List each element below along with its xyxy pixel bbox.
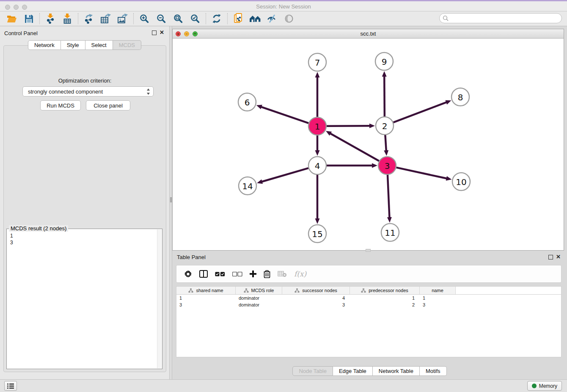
criterion-dropdown[interactable]: strongly connected component <box>22 86 154 97</box>
memory-label: Memory <box>539 383 557 389</box>
zoom-in-button[interactable] <box>136 12 153 25</box>
close-panel-button[interactable]: Close panel <box>86 100 130 110</box>
table-cell[interactable]: 3 <box>176 302 236 307</box>
edge-arrowhead <box>315 218 320 224</box>
zoom-selected-icon <box>190 14 200 23</box>
toolbar-separator <box>39 13 40 24</box>
edge-1-6[interactable] <box>261 107 308 123</box>
window-titlebar: Session: New Session <box>0 0 567 11</box>
close-panel-icon[interactable]: ✕ <box>160 29 164 36</box>
float-table-panel-icon[interactable] <box>548 255 553 259</box>
create-column-button[interactable] <box>250 271 256 277</box>
table-panel-title: Table Panel <box>177 254 206 260</box>
export-network-button[interactable] <box>80 12 97 25</box>
control-panel-title: Control Panel <box>4 30 38 36</box>
fit-content-button[interactable] <box>170 12 187 25</box>
edge-3-1[interactable] <box>330 133 379 161</box>
tab-motifs[interactable]: Motifs <box>420 366 447 376</box>
edge-4-14[interactable] <box>261 168 308 182</box>
toolbar-separator <box>78 13 78 24</box>
zoom-selected-button[interactable] <box>187 12 204 25</box>
table-panel: Table Panel ✕ f(x) shared nameMCDS roles… <box>172 252 567 376</box>
tab-mcds[interactable]: MCDS <box>113 40 141 50</box>
table-cell[interactable]: 2 <box>350 302 420 307</box>
criterion-value: strongly connected component <box>28 88 103 95</box>
column-header-label: name <box>432 288 443 293</box>
unselect-all-columns-button[interactable] <box>232 272 242 276</box>
edge-2-8[interactable] <box>394 102 447 122</box>
refresh-layout-button[interactable] <box>208 12 225 25</box>
tab-style[interactable]: Style <box>61 40 85 50</box>
export-image-button[interactable] <box>114 12 131 25</box>
network-window-titlebar[interactable]: x − + scc.txt <box>173 29 564 39</box>
task-history-button[interactable] <box>4 381 17 391</box>
search-input[interactable] <box>449 15 561 21</box>
open-session-button[interactable] <box>3 12 20 25</box>
table-cell[interactable]: dominator <box>236 295 282 301</box>
mcds-result-group: MCDS result (2 nodes) 1 3 <box>6 229 162 369</box>
table-cell[interactable]: 3 <box>282 302 350 307</box>
node-table[interactable]: shared nameMCDS rolesuccessor nodesprede… <box>176 286 561 357</box>
edge-3-11[interactable] <box>388 175 390 218</box>
show-all-button[interactable] <box>281 12 297 25</box>
import-table-file-button[interactable] <box>59 12 76 25</box>
list-icon <box>7 383 14 389</box>
network-graph[interactable]: 1234678910111415 <box>173 39 564 250</box>
hide-selected-button[interactable] <box>264 12 281 25</box>
refresh-icon <box>212 14 221 23</box>
show-columns-button[interactable] <box>199 270 208 278</box>
table-cell[interactable]: 1 <box>176 295 236 301</box>
table-cell[interactable]: dominator <box>236 302 282 307</box>
edge-2-3[interactable] <box>385 135 386 151</box>
panel-divider[interactable] <box>169 26 172 379</box>
column-header-MCDS-role[interactable]: MCDS role <box>236 287 282 294</box>
table-cell[interactable]: 4 <box>282 295 350 301</box>
clone-network-button[interactable] <box>230 12 247 25</box>
edge-2-9[interactable] <box>384 76 385 116</box>
first-neighbors-button[interactable] <box>247 12 264 25</box>
table-settings-button[interactable] <box>184 270 192 278</box>
tab-node-table[interactable]: Node Table <box>292 366 333 376</box>
graph-node-label: 14 <box>242 181 253 191</box>
search-box[interactable] <box>439 13 562 23</box>
zoom-out-button[interactable] <box>153 12 170 25</box>
tab-select[interactable]: Select <box>85 40 113 50</box>
export-table-icon <box>100 14 111 24</box>
save-session-button[interactable] <box>20 12 37 25</box>
result-scrollbar[interactable] <box>157 229 162 368</box>
tab-network[interactable]: Network <box>28 40 61 50</box>
zoom-in-icon <box>140 14 149 23</box>
export-table-button[interactable] <box>97 12 114 25</box>
control-panel-tabs: NetworkStyleSelectMCDS <box>0 40 169 50</box>
column-header-successor-nodes[interactable]: successor nodes <box>282 287 350 294</box>
table-row[interactable]: 3dominator323 <box>176 301 561 308</box>
memory-button[interactable]: Memory <box>527 381 562 391</box>
close-table-panel-icon[interactable]: ✕ <box>556 254 561 260</box>
float-panel-icon[interactable] <box>152 30 157 35</box>
column-header-name[interactable]: name <box>420 287 456 294</box>
column-header-predecessor-nodes[interactable]: predecessor nodes <box>350 287 420 294</box>
select-all-columns-button[interactable] <box>215 272 225 276</box>
column-tree-icon <box>188 288 193 293</box>
edge-1-2[interactable] <box>327 126 370 126</box>
graph-node-label: 7 <box>315 58 320 68</box>
delete-column-button[interactable] <box>264 270 270 278</box>
table-cell[interactable]: 1 <box>350 295 420 301</box>
run-mcds-button[interactable]: Run MCDS <box>40 100 81 110</box>
optimization-criterion-label: Optimization criterion: <box>4 77 166 84</box>
column-tree-icon <box>295 288 300 293</box>
edge-3-10[interactable] <box>396 168 447 179</box>
toolbar-separator <box>133 13 134 24</box>
column-header-shared-name[interactable]: shared name <box>176 287 236 294</box>
import-network-file-button[interactable] <box>42 12 59 25</box>
mcds-result-text[interactable]: 1 3 <box>10 232 13 246</box>
tab-network-table[interactable]: Network Table <box>373 366 420 376</box>
table-cell[interactable]: 3 <box>420 302 456 307</box>
table-row[interactable]: 1dominator411 <box>176 295 561 301</box>
table-cell[interactable]: 1 <box>420 295 456 301</box>
tab-edge-table[interactable]: Edge Table <box>333 366 373 376</box>
network-view-canvas[interactable]: 1234678910111415 <box>173 39 564 250</box>
network-resize-grip[interactable] <box>366 249 371 252</box>
open-folder-icon <box>7 14 17 23</box>
divider-grip[interactable] <box>170 197 172 202</box>
